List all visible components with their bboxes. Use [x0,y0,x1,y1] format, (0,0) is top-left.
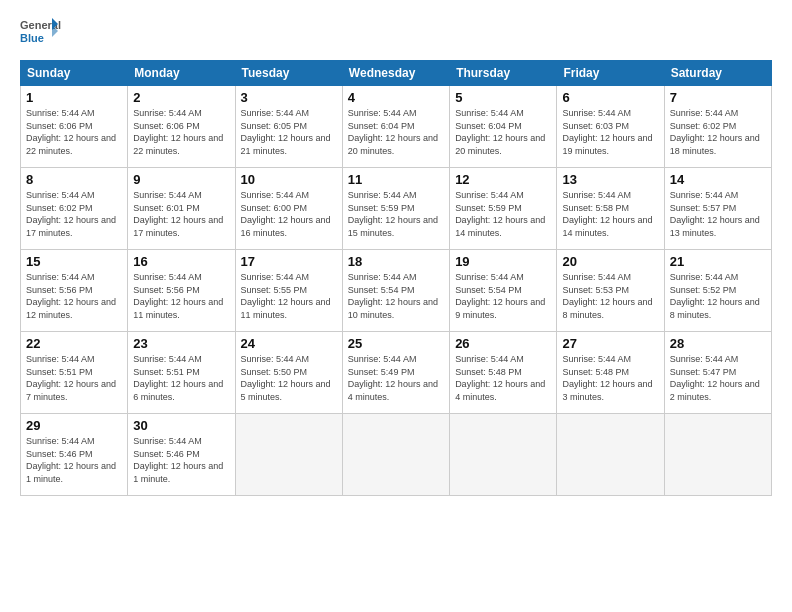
calendar-cell [664,414,771,496]
calendar-cell: 16Sunrise: 5:44 AMSunset: 5:56 PMDayligh… [128,250,235,332]
calendar-cell: 17Sunrise: 5:44 AMSunset: 5:55 PMDayligh… [235,250,342,332]
day-number: 3 [241,90,337,105]
calendar-cell: 29Sunrise: 5:44 AMSunset: 5:46 PMDayligh… [21,414,128,496]
calendar-cell: 20Sunrise: 5:44 AMSunset: 5:53 PMDayligh… [557,250,664,332]
calendar-cell: 30Sunrise: 5:44 AMSunset: 5:46 PMDayligh… [128,414,235,496]
week-row-4: 29Sunrise: 5:44 AMSunset: 5:46 PMDayligh… [21,414,772,496]
day-number: 20 [562,254,658,269]
calendar-cell: 7Sunrise: 5:44 AMSunset: 6:02 PMDaylight… [664,86,771,168]
calendar-header-row: SundayMondayTuesdayWednesdayThursdayFrid… [21,61,772,86]
day-number: 25 [348,336,444,351]
calendar-cell: 10Sunrise: 5:44 AMSunset: 6:00 PMDayligh… [235,168,342,250]
day-number: 14 [670,172,766,187]
day-info: Sunrise: 5:44 AMSunset: 5:58 PMDaylight:… [562,189,658,239]
calendar-cell: 24Sunrise: 5:44 AMSunset: 5:50 PMDayligh… [235,332,342,414]
day-info: Sunrise: 5:44 AMSunset: 5:46 PMDaylight:… [26,435,122,485]
day-info: Sunrise: 5:44 AMSunset: 6:06 PMDaylight:… [26,107,122,157]
calendar-cell: 1Sunrise: 5:44 AMSunset: 6:06 PMDaylight… [21,86,128,168]
svg-text:Blue: Blue [20,32,44,44]
col-header-sunday: Sunday [21,61,128,86]
calendar-cell [557,414,664,496]
calendar: SundayMondayTuesdayWednesdayThursdayFrid… [20,60,772,496]
calendar-cell: 6Sunrise: 5:44 AMSunset: 6:03 PMDaylight… [557,86,664,168]
day-info: Sunrise: 5:44 AMSunset: 5:53 PMDaylight:… [562,271,658,321]
calendar-cell: 27Sunrise: 5:44 AMSunset: 5:48 PMDayligh… [557,332,664,414]
calendar-cell: 5Sunrise: 5:44 AMSunset: 6:04 PMDaylight… [450,86,557,168]
page: General Blue SundayMondayTuesdayWednesda… [0,0,792,612]
logo-icon: General Blue [20,16,62,50]
calendar-cell: 28Sunrise: 5:44 AMSunset: 5:47 PMDayligh… [664,332,771,414]
col-header-tuesday: Tuesday [235,61,342,86]
col-header-saturday: Saturday [664,61,771,86]
day-info: Sunrise: 5:44 AMSunset: 6:01 PMDaylight:… [133,189,229,239]
calendar-cell [450,414,557,496]
day-info: Sunrise: 5:44 AMSunset: 6:06 PMDaylight:… [133,107,229,157]
day-info: Sunrise: 5:44 AMSunset: 5:56 PMDaylight:… [133,271,229,321]
day-info: Sunrise: 5:44 AMSunset: 5:49 PMDaylight:… [348,353,444,403]
header: General Blue [20,16,772,50]
day-number: 28 [670,336,766,351]
day-info: Sunrise: 5:44 AMSunset: 6:03 PMDaylight:… [562,107,658,157]
day-info: Sunrise: 5:44 AMSunset: 5:56 PMDaylight:… [26,271,122,321]
day-info: Sunrise: 5:44 AMSunset: 5:55 PMDaylight:… [241,271,337,321]
calendar-cell: 4Sunrise: 5:44 AMSunset: 6:04 PMDaylight… [342,86,449,168]
day-info: Sunrise: 5:44 AMSunset: 5:48 PMDaylight:… [455,353,551,403]
day-number: 9 [133,172,229,187]
day-info: Sunrise: 5:44 AMSunset: 5:47 PMDaylight:… [670,353,766,403]
day-number: 21 [670,254,766,269]
day-number: 19 [455,254,551,269]
day-number: 7 [670,90,766,105]
day-number: 22 [26,336,122,351]
day-number: 8 [26,172,122,187]
day-number: 26 [455,336,551,351]
day-info: Sunrise: 5:44 AMSunset: 5:54 PMDaylight:… [455,271,551,321]
day-number: 10 [241,172,337,187]
col-header-thursday: Thursday [450,61,557,86]
day-number: 11 [348,172,444,187]
col-header-wednesday: Wednesday [342,61,449,86]
calendar-cell: 14Sunrise: 5:44 AMSunset: 5:57 PMDayligh… [664,168,771,250]
day-number: 24 [241,336,337,351]
day-info: Sunrise: 5:44 AMSunset: 5:52 PMDaylight:… [670,271,766,321]
calendar-cell: 9Sunrise: 5:44 AMSunset: 6:01 PMDaylight… [128,168,235,250]
calendar-cell: 26Sunrise: 5:44 AMSunset: 5:48 PMDayligh… [450,332,557,414]
calendar-cell [342,414,449,496]
day-number: 2 [133,90,229,105]
day-info: Sunrise: 5:44 AMSunset: 5:51 PMDaylight:… [133,353,229,403]
week-row-2: 15Sunrise: 5:44 AMSunset: 5:56 PMDayligh… [21,250,772,332]
day-number: 15 [26,254,122,269]
day-info: Sunrise: 5:44 AMSunset: 5:54 PMDaylight:… [348,271,444,321]
day-number: 18 [348,254,444,269]
calendar-cell: 15Sunrise: 5:44 AMSunset: 5:56 PMDayligh… [21,250,128,332]
calendar-cell: 22Sunrise: 5:44 AMSunset: 5:51 PMDayligh… [21,332,128,414]
calendar-cell: 8Sunrise: 5:44 AMSunset: 6:02 PMDaylight… [21,168,128,250]
calendar-cell [235,414,342,496]
day-info: Sunrise: 5:44 AMSunset: 5:51 PMDaylight:… [26,353,122,403]
day-info: Sunrise: 5:44 AMSunset: 5:59 PMDaylight:… [455,189,551,239]
day-info: Sunrise: 5:44 AMSunset: 5:50 PMDaylight:… [241,353,337,403]
day-number: 23 [133,336,229,351]
day-number: 4 [348,90,444,105]
day-info: Sunrise: 5:44 AMSunset: 6:05 PMDaylight:… [241,107,337,157]
week-row-1: 8Sunrise: 5:44 AMSunset: 6:02 PMDaylight… [21,168,772,250]
day-info: Sunrise: 5:44 AMSunset: 6:00 PMDaylight:… [241,189,337,239]
day-info: Sunrise: 5:44 AMSunset: 5:59 PMDaylight:… [348,189,444,239]
day-number: 27 [562,336,658,351]
day-number: 13 [562,172,658,187]
day-number: 6 [562,90,658,105]
week-row-3: 22Sunrise: 5:44 AMSunset: 5:51 PMDayligh… [21,332,772,414]
col-header-monday: Monday [128,61,235,86]
day-number: 29 [26,418,122,433]
calendar-cell: 25Sunrise: 5:44 AMSunset: 5:49 PMDayligh… [342,332,449,414]
calendar-cell: 11Sunrise: 5:44 AMSunset: 5:59 PMDayligh… [342,168,449,250]
day-info: Sunrise: 5:44 AMSunset: 5:48 PMDaylight:… [562,353,658,403]
day-number: 12 [455,172,551,187]
calendar-cell: 2Sunrise: 5:44 AMSunset: 6:06 PMDaylight… [128,86,235,168]
calendar-cell: 12Sunrise: 5:44 AMSunset: 5:59 PMDayligh… [450,168,557,250]
day-info: Sunrise: 5:44 AMSunset: 6:02 PMDaylight:… [26,189,122,239]
calendar-cell: 18Sunrise: 5:44 AMSunset: 5:54 PMDayligh… [342,250,449,332]
day-info: Sunrise: 5:44 AMSunset: 6:02 PMDaylight:… [670,107,766,157]
day-info: Sunrise: 5:44 AMSunset: 5:46 PMDaylight:… [133,435,229,485]
day-info: Sunrise: 5:44 AMSunset: 5:57 PMDaylight:… [670,189,766,239]
day-number: 5 [455,90,551,105]
